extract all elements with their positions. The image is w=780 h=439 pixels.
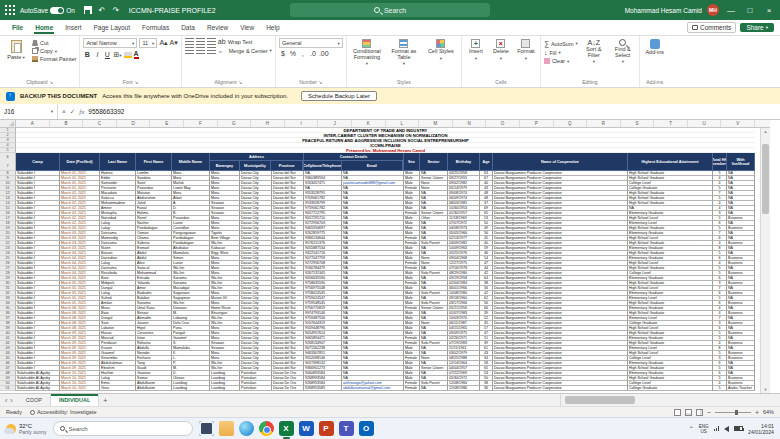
- close-button[interactable]: ×: [762, 6, 776, 15]
- dialog-launcher-icon[interactable]: ↘: [49, 79, 53, 85]
- accessibility-status[interactable]: Accessibility: Investigate: [30, 409, 97, 415]
- column-header-J[interactable]: J: [318, 120, 352, 127]
- zoom-out-button[interactable]: −: [707, 409, 711, 416]
- select-all-button[interactable]: [0, 120, 16, 127]
- cell[interactable]: 36: [480, 386, 493, 391]
- autosave-toggle[interactable]: AutoSave On: [20, 7, 75, 14]
- zoom-slider-thumb[interactable]: [735, 410, 738, 415]
- format-painter-button[interactable]: Format Painter: [32, 56, 76, 62]
- col-header-sex[interactable]: Sex: [404, 153, 420, 171]
- maximize-button[interactable]: □: [743, 6, 757, 15]
- wrap-text-button[interactable]: Wrap Text: [228, 39, 253, 45]
- network-icon[interactable]: [714, 426, 720, 431]
- dialog-launcher-icon[interactable]: ↘: [318, 79, 322, 85]
- save-button[interactable]: [83, 5, 93, 15]
- col-header-barangay[interactable]: Barangay: [210, 161, 240, 170]
- cancel-icon[interactable]: ×: [62, 108, 66, 115]
- new-sheet-button[interactable]: +: [99, 394, 111, 406]
- cell[interactable]: Arabic Teacher: [727, 386, 755, 391]
- cell[interactable]: Luanbog: [210, 386, 240, 391]
- decrease-decimal-button[interactable]: .00: [319, 50, 329, 57]
- zoom-in-button[interactable]: +: [755, 409, 759, 416]
- grow-font-button[interactable]: A▴: [159, 39, 167, 47]
- avatar[interactable]: MH: [707, 4, 719, 16]
- sheet-tab-individual[interactable]: INDIVIDUAL: [51, 394, 99, 406]
- col-header-first-name[interactable]: First Name: [136, 153, 172, 171]
- percent-style-button[interactable]: %: [289, 50, 297, 57]
- scroll-down-icon[interactable]: ▼: [761, 386, 770, 393]
- number-format-select[interactable]: General▾: [279, 38, 343, 48]
- cell[interactable]: Female: [404, 386, 420, 391]
- tab-formulas[interactable]: Formulas: [136, 22, 175, 33]
- column-header-K[interactable]: K: [352, 120, 386, 127]
- column-header-V[interactable]: V: [721, 120, 755, 127]
- teams-icon[interactable]: T: [339, 421, 354, 436]
- col-header-middle-name[interactable]: Middle Name: [172, 153, 210, 171]
- bold-button[interactable]: B: [83, 51, 91, 58]
- cell[interactable]: abdullasamannal@gmail.com: [342, 386, 404, 391]
- column-header-T[interactable]: T: [654, 120, 688, 127]
- tab-review[interactable]: Review: [201, 22, 234, 33]
- cell[interactable]: 5: [713, 386, 727, 391]
- row-header[interactable]: 51: [0, 386, 16, 391]
- scrollbar-thumb[interactable]: [565, 396, 635, 404]
- enter-icon[interactable]: ✓: [70, 108, 75, 116]
- dialog-launcher-icon[interactable]: ↘: [238, 79, 242, 85]
- cell[interactable]: Salahuddin Al-Ayuby: [16, 386, 60, 391]
- increase-decimal-button[interactable]: .0: [309, 50, 317, 57]
- column-header-C[interactable]: C: [83, 120, 117, 127]
- column-header-L[interactable]: L: [386, 120, 420, 127]
- fill-color-button[interactable]: [124, 52, 132, 58]
- column-header-Q[interactable]: Q: [554, 120, 588, 127]
- minimize-button[interactable]: —: [724, 6, 738, 15]
- align-center-button[interactable]: [196, 47, 205, 54]
- tab-data[interactable]: Data: [175, 22, 201, 33]
- cut-button[interactable]: Cut: [32, 40, 76, 46]
- app-launcher-icon[interactable]: [4, 4, 16, 16]
- col-header-province[interactable]: Province: [271, 161, 303, 170]
- column-header-A[interactable]: A: [16, 120, 50, 127]
- sheet-tab-coop[interactable]: COOP: [18, 394, 51, 406]
- name-box[interactable]: J16▾: [0, 104, 58, 119]
- clear-button[interactable]: Clear▾: [544, 58, 578, 64]
- col-header-cooperative[interactable]: Name of Cooperative: [493, 153, 628, 171]
- language-indicator[interactable]: ENGUS: [699, 424, 709, 434]
- cell[interactable]: Abdulkarim: [136, 386, 172, 391]
- underline-button[interactable]: U: [103, 51, 111, 58]
- cell-styles-button[interactable]: Cell Styles▾: [424, 38, 458, 61]
- align-middle-button[interactable]: [196, 38, 205, 45]
- col-header-contact[interactable]: Contact Details Cellphone/Telephone Emai…: [304, 153, 404, 171]
- col-header-age[interactable]: Age: [480, 153, 493, 171]
- share-button[interactable]: Share▾: [740, 23, 774, 32]
- row-header[interactable]: 67: [0, 153, 16, 171]
- delete-cells-button[interactable]: × Delete▾: [490, 38, 512, 61]
- italic-button[interactable]: I: [93, 51, 101, 58]
- autosum-button[interactable]: ∑AutoSum▾: [544, 40, 578, 47]
- column-header-M[interactable]: M: [419, 120, 453, 127]
- taskbar-search-input[interactable]: Search: [53, 421, 193, 436]
- page-layout-view-button[interactable]: [685, 409, 692, 416]
- cell-grid[interactable]: 1DEPARTMENT OF TRADE AND INDUSTRY2INTER-…: [0, 128, 770, 393]
- file-explorer-icon[interactable]: [219, 421, 234, 436]
- column-header-H[interactable]: H: [251, 120, 285, 127]
- word-icon[interactable]: W: [299, 421, 314, 436]
- column-header-B[interactable]: B: [50, 120, 84, 127]
- clock[interactable]: 14:0124/01/2024: [748, 423, 774, 435]
- column-header-N[interactable]: N: [453, 120, 487, 127]
- search-input[interactable]: Search: [290, 3, 490, 17]
- col-header-date[interactable]: Date (Profiled): [60, 153, 100, 171]
- scroll-up-icon[interactable]: ▲: [761, 128, 770, 135]
- column-header-S[interactable]: S: [621, 120, 655, 127]
- col-header-birthday[interactable]: Birthday: [448, 153, 480, 171]
- col-header-email[interactable]: Email: [342, 161, 403, 170]
- insert-function-icon[interactable]: fx: [79, 108, 84, 116]
- cell[interactable]: Luanbog: [172, 386, 210, 391]
- cell[interactable]: Pantukan: [240, 386, 272, 391]
- horizontal-scrollbar[interactable]: [560, 394, 780, 406]
- format-cells-button[interactable]: Format▾: [515, 38, 537, 61]
- accounting-format-button[interactable]: $: [279, 50, 287, 57]
- column-header-D[interactable]: D: [117, 120, 151, 127]
- column-header-P[interactable]: P: [520, 120, 554, 127]
- paste-button[interactable]: Paste▾: [3, 38, 29, 60]
- comma-style-button[interactable]: ,: [299, 50, 307, 57]
